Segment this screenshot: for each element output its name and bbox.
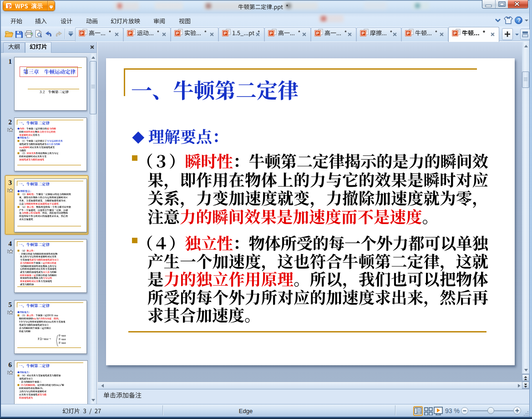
svg-text:P: P	[316, 31, 319, 36]
svg-text:P: P	[176, 31, 179, 36]
svg-text:P: P	[81, 31, 84, 36]
svg-text:P: P	[362, 31, 365, 36]
svg-text:P: P	[224, 31, 227, 36]
svg-text:P: P	[270, 31, 273, 36]
svg-text:P: P	[407, 31, 410, 36]
svg-text:P: P	[129, 31, 132, 36]
svg-text:P: P	[454, 31, 457, 36]
